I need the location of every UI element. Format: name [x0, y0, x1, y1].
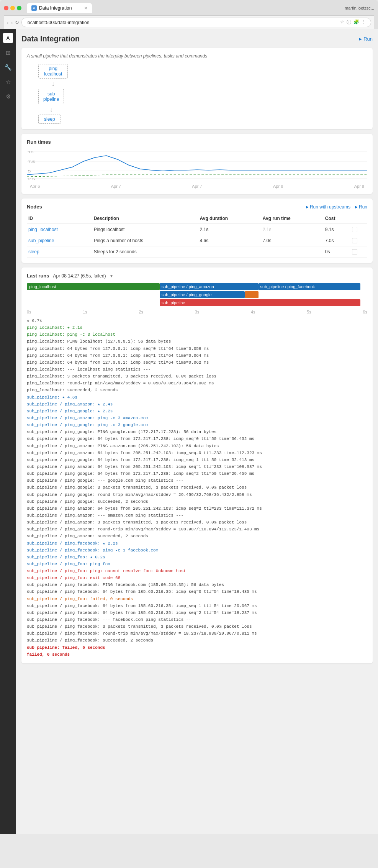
- log-line: sub_pipeline / ping_foo: failed, 0 secon…: [27, 596, 367, 602]
- gantt-row-1: ping_localhost sub_pipeline / ping_amazo…: [27, 283, 367, 290]
- log-line: ping_localhost: succeeded, 2 seconds: [27, 387, 367, 394]
- row-cost-1: 9.1s: [324, 224, 350, 235]
- log-line: sub_pipeline: ★ 4.6s: [27, 394, 367, 401]
- row-cost-3: 0s: [324, 246, 350, 258]
- log-line: sub_pipeline / ping_foo: ping: cannot re…: [27, 568, 367, 574]
- svg-text:5: 5: [28, 169, 31, 173]
- refresh-button[interactable]: ↻: [15, 20, 19, 25]
- run-selector[interactable]: Apr 08 14:27 (6.5s, failed): [53, 273, 106, 279]
- maximize-dot[interactable]: [17, 6, 21, 10]
- node-ping-localhost[interactable]: pinglocalhost: [38, 64, 68, 79]
- col-avg-run-time: Avg run time: [261, 213, 324, 224]
- sidebar-logo[interactable]: A: [3, 33, 13, 43]
- log-line: sub_pipeline / ping_google: PING google.…: [27, 428, 367, 435]
- row-id-sleep[interactable]: sleep: [28, 249, 39, 254]
- back-button[interactable]: ‹: [7, 20, 9, 26]
- row-id-ping-localhost[interactable]: ping_localhost: [28, 227, 58, 232]
- nodes-table: ID Description Avg duration Avg run time…: [27, 213, 367, 258]
- row-desc-2: Pings a number of hosts: [92, 235, 198, 246]
- extension-icon[interactable]: 🧩: [353, 19, 359, 26]
- table-row: sub_pipeline Pings a number of hosts 4.6…: [27, 235, 367, 246]
- log-line: sub_pipeline / ping_facebook: 64 bytes f…: [27, 609, 367, 616]
- log-line: sub_pipeline / ping_google: 64 bytes fro…: [27, 470, 367, 477]
- pipeline-card: A small pipeline that demonstrates the i…: [21, 48, 373, 129]
- gantt-row-3: sub_pipeline: [27, 299, 367, 306]
- sidebar: A ⊞ 🔧 ☆ ⚙: [0, 29, 16, 834]
- log-line: sub_pipeline / ping_facebook: PING faceb…: [27, 581, 367, 588]
- browser-tab[interactable]: A Data Integration ×: [27, 3, 92, 13]
- minimize-dot[interactable]: [10, 6, 15, 10]
- row-avg-run-2: 7.0s: [261, 235, 324, 246]
- page-header: Data Integration ▶ Run: [21, 34, 373, 43]
- log-line: sub_pipeline / ping_amazon: 64 bytes fro…: [27, 450, 367, 456]
- log-line: sub_pipeline / ping_amazon: ping -c 3 am…: [27, 415, 367, 422]
- log-line: sub_pipeline / ping_facebook: ping -c 3 …: [27, 547, 367, 554]
- col-cost: Cost: [324, 213, 350, 224]
- node-sub-pipeline[interactable]: subpipeline: [38, 89, 64, 104]
- tab-close-icon[interactable]: ×: [84, 5, 87, 11]
- sidebar-item-wrench[interactable]: 🔧: [3, 63, 13, 72]
- log-line: sub_pipeline / ping_foo: ping foo: [27, 561, 367, 568]
- node-sleep[interactable]: sleep: [38, 115, 61, 124]
- last-runs-card: Last runs Apr 08 14:27 (6.5s, failed) ▾ …: [21, 267, 373, 663]
- log-line: sub_pipeline / ping_amazon: succeeded, 2…: [27, 533, 367, 540]
- run-button[interactable]: ▶ Run: [359, 36, 373, 42]
- row-checkbox-1[interactable]: [352, 227, 357, 232]
- log-line: sub_pipeline / ping_foo: exit code 68: [27, 574, 367, 581]
- log-line: sub_pipeline / ping_google: 64 bytes fro…: [27, 435, 367, 442]
- sidebar-item-star[interactable]: ☆: [3, 77, 13, 87]
- browser-dots: [4, 6, 21, 10]
- row-avg-dur-1: 2.1s: [198, 224, 261, 235]
- run-times-title: Run times: [27, 139, 367, 145]
- sidebar-item-settings[interactable]: ⚙: [3, 92, 13, 101]
- pipeline-description: A small pipeline that demonstrates the i…: [27, 53, 367, 59]
- pipeline-node-sub-pipeline: subpipeline ↓: [38, 89, 64, 115]
- row-checkbox-2[interactable]: [352, 238, 357, 243]
- run-times-chart: 10 7.5 5 2.5: [27, 148, 367, 182]
- log-line: ★ 6.7s: [27, 317, 367, 324]
- svg-text:7.5: 7.5: [28, 160, 35, 163]
- row-id-sub-pipeline[interactable]: sub_pipeline: [28, 238, 54, 243]
- log-line: ping_localhost: ★ 2.1s: [27, 324, 367, 331]
- log-line: sub_pipeline / ping_google: 64 bytes fro…: [27, 456, 367, 463]
- arrow-down-1: ↓: [51, 79, 55, 89]
- row-desc-3: Sleeps for 2 seconds: [92, 246, 198, 258]
- col-avg-duration: Avg duration: [198, 213, 261, 224]
- svg-text:10: 10: [28, 150, 34, 154]
- log-line: ping_localhost: 64 bytes from 127.0.0.1:…: [27, 345, 367, 352]
- pipeline-node-sleep: sleep: [38, 115, 61, 124]
- nodes-actions: ▶ Run with upstreams ▶ Run: [306, 204, 367, 210]
- row-cost-2: 7.0s: [324, 235, 350, 246]
- col-description: Description: [92, 213, 198, 224]
- address-bar[interactable]: localhost:5000/data-integration ☆ ⓘ 🧩 ⋮: [21, 18, 371, 27]
- row-checkbox-3[interactable]: [352, 249, 357, 254]
- gantt-chart: ping_localhost sub_pipeline / ping_amazo…: [27, 283, 367, 314]
- table-row: ping_localhost Pings localhost 2.1s 2.1s…: [27, 224, 367, 235]
- log-line: sub_pipeline / ping_google: ★ 2.2s: [27, 408, 367, 415]
- log-line: sub_pipeline / ping_amazon: --- amazon.c…: [27, 512, 367, 519]
- close-dot[interactable]: [4, 6, 8, 10]
- log-line: ping_localhost: 3 packets transmitted, 3…: [27, 373, 367, 380]
- log-line: sub_pipeline / ping_amazon: PING amazon.…: [27, 443, 367, 450]
- col-id: ID: [27, 213, 92, 224]
- table-row: sleep Sleeps for 2 seconds 0s: [27, 246, 367, 258]
- last-runs-title: Last runs: [27, 273, 49, 279]
- log-line: ping_localhost: round-trip min/avg/max/s…: [27, 380, 367, 387]
- gantt-bar-ping-amazon: sub_pipeline / ping_amazon: [160, 283, 259, 290]
- run-with-upstreams-button[interactable]: ▶ Run with upstreams: [306, 204, 350, 210]
- menu-icon[interactable]: ⋮: [362, 19, 366, 26]
- info-icon[interactable]: ⓘ: [347, 19, 351, 26]
- log-line: sub_pipeline / ping_google: round-trip m…: [27, 491, 367, 498]
- log-line: sub_pipeline / ping_foo: ★ 0.2s: [27, 554, 367, 561]
- log-line: sub_pipeline / ping_google: succeeded, 2…: [27, 498, 367, 505]
- sidebar-item-grid[interactable]: ⊞: [3, 48, 13, 57]
- nodes-run-button[interactable]: ▶ Run: [355, 204, 367, 210]
- forward-button[interactable]: ›: [11, 20, 13, 26]
- log-line: sub_pipeline / ping_facebook: 64 bytes f…: [27, 602, 367, 609]
- bookmark-icon[interactable]: ☆: [340, 19, 344, 26]
- run-times-card: Run times 10 7.5 5 2.5: [21, 134, 373, 194]
- log-output: ★ 6.7s ping_localhost: ★ 2.1s ping_local…: [27, 317, 367, 658]
- log-line: ping_localhost: 64 bytes from 127.0.0.1:…: [27, 352, 367, 359]
- gantt-row-2: sub_pipeline / ping_google: [27, 291, 367, 298]
- arrow-down-2: ↓: [49, 104, 53, 115]
